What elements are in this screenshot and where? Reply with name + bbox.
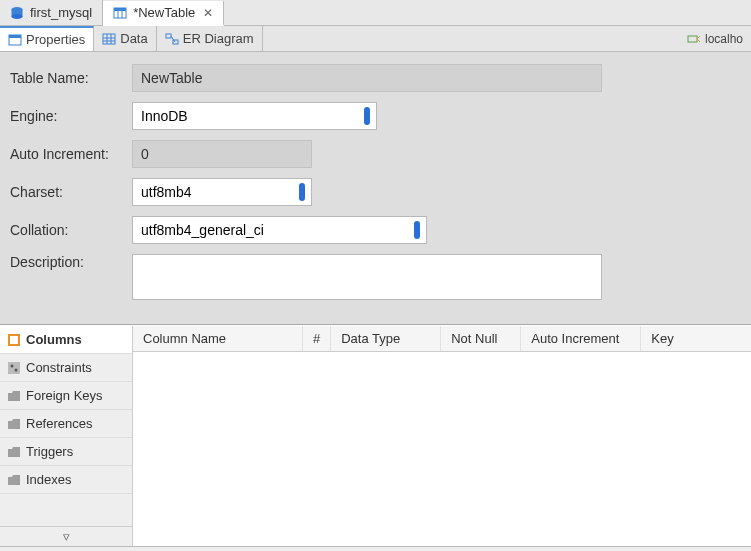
charset-combo[interactable] <box>132 178 312 206</box>
sub-tab-bar: Properties Data ER Diagram localho <box>0 26 751 52</box>
expand-toggle[interactable]: ▿ <box>0 526 132 546</box>
grid-body[interactable] <box>133 352 751 546</box>
svg-rect-4 <box>114 8 126 11</box>
sidebar-item-triggers[interactable]: Triggers <box>0 438 132 466</box>
table-name-field[interactable] <box>132 64 602 92</box>
close-icon[interactable]: ✕ <box>203 6 213 20</box>
engine-label: Engine: <box>10 108 132 124</box>
svg-rect-17 <box>688 36 697 42</box>
editor-tab-bar: first_mysql *NewTable ✕ <box>0 0 751 26</box>
svg-rect-20 <box>8 362 20 374</box>
folder-icon <box>8 447 20 457</box>
tab-label: ER Diagram <box>183 31 254 46</box>
col-header-key[interactable]: Key <box>641 326 751 351</box>
collation-combo[interactable] <box>132 216 427 244</box>
col-header-type[interactable]: Data Type <box>331 326 441 351</box>
sidebar-item-label: Constraints <box>26 360 92 375</box>
auto-increment-field[interactable] <box>132 140 312 168</box>
connection-status[interactable]: localho <box>679 26 751 51</box>
col-header-not-null[interactable]: Not Null <box>441 326 521 351</box>
collation-label: Collation: <box>10 222 132 238</box>
svg-rect-19 <box>10 336 18 344</box>
database-icon <box>10 6 24 20</box>
tab-label: Data <box>120 31 147 46</box>
table-sections: Columns Constraints Foreign Keys Referen… <box>0 326 751 546</box>
connection-label: localho <box>705 32 743 46</box>
sidebar-item-constraints[interactable]: Constraints <box>0 354 132 382</box>
sidebar-item-foreign-keys[interactable]: Foreign Keys <box>0 382 132 410</box>
chevron-down-icon: ▿ <box>63 529 70 544</box>
engine-combo[interactable] <box>132 102 377 130</box>
er-diagram-icon <box>165 33 179 45</box>
svg-point-2 <box>12 14 23 19</box>
data-icon <box>102 33 116 45</box>
editor-tab-label: *NewTable <box>133 5 195 20</box>
folder-icon <box>8 391 20 401</box>
svg-rect-8 <box>9 35 21 38</box>
auto-increment-label: Auto Increment: <box>10 146 132 162</box>
editor-tab-label: first_mysql <box>30 5 92 20</box>
svg-point-21 <box>11 364 14 367</box>
sidebar-item-label: Columns <box>26 332 82 347</box>
editor-tab-newtable[interactable]: *NewTable ✕ <box>103 1 224 26</box>
sidebar-item-label: Triggers <box>26 444 73 459</box>
tab-properties[interactable]: Properties <box>0 26 94 51</box>
svg-rect-14 <box>166 34 171 38</box>
table-icon <box>113 6 127 20</box>
sidebar-item-indexes[interactable]: Indexes <box>0 466 132 494</box>
properties-icon <box>8 34 22 46</box>
tab-er-diagram[interactable]: ER Diagram <box>157 26 263 51</box>
table-properties-form: Table Name: Engine: Auto Increment: Char… <box>0 52 751 324</box>
col-header-num[interactable]: # <box>303 326 331 351</box>
tab-label: Properties <box>26 32 85 47</box>
sidebar-item-columns[interactable]: Columns <box>0 326 132 354</box>
connection-icon <box>687 33 701 45</box>
columns-grid: Column Name # Data Type Not Null Auto In… <box>133 326 751 546</box>
col-header-auto-inc[interactable]: Auto Increment <box>521 326 641 351</box>
section-list: Columns Constraints Foreign Keys Referen… <box>0 326 133 546</box>
sidebar-item-references[interactable]: References <box>0 410 132 438</box>
sidebar-item-label: Foreign Keys <box>26 388 103 403</box>
editor-tab-first-mysql[interactable]: first_mysql <box>0 0 103 25</box>
col-header-name[interactable]: Column Name <box>133 326 303 351</box>
description-field[interactable] <box>132 254 602 300</box>
columns-icon <box>8 334 20 346</box>
grid-header-row: Column Name # Data Type Not Null Auto In… <box>133 326 751 352</box>
status-bar: No items <box>0 546 751 551</box>
sidebar-item-label: Indexes <box>26 472 72 487</box>
constraints-icon <box>8 362 20 374</box>
folder-icon <box>8 475 20 485</box>
table-name-label: Table Name: <box>10 70 132 86</box>
sidebar-item-label: References <box>26 416 92 431</box>
description-label: Description: <box>10 254 132 270</box>
svg-rect-9 <box>103 34 115 44</box>
tab-data[interactable]: Data <box>94 26 156 51</box>
folder-icon <box>8 419 20 429</box>
charset-label: Charset: <box>10 184 132 200</box>
svg-point-22 <box>15 368 18 371</box>
